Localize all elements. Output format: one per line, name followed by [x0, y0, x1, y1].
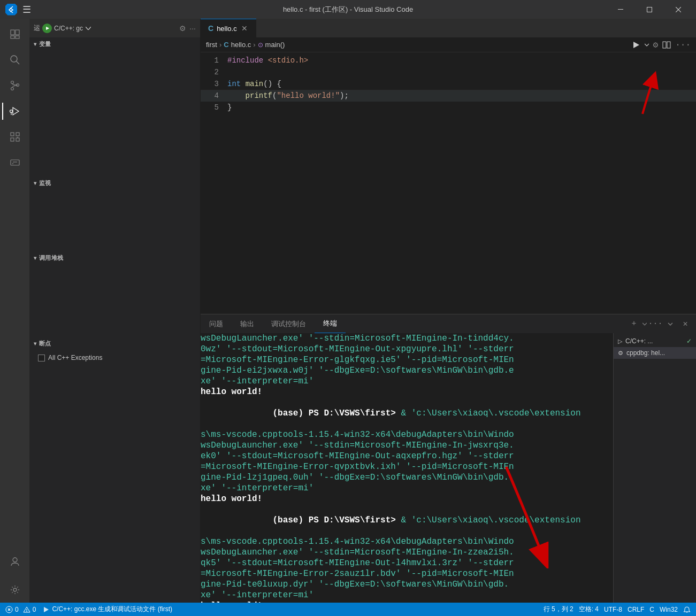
terminal-instance-1[interactable]: ⚙ cppdbg: hel...	[614, 347, 696, 359]
status-errors[interactable]: 0 0	[5, 606, 36, 613]
activity-source-control[interactable]	[2, 73, 28, 98]
svg-rect-5	[16, 30, 19, 35]
settings-icon[interactable]: ⚙	[179, 24, 186, 33]
svg-rect-27	[663, 42, 666, 48]
status-platform[interactable]: Win32	[660, 605, 678, 614]
line-number-2: 2	[201, 66, 227, 78]
more-editor-button[interactable]: ···	[675, 40, 691, 50]
panel-tabs: 问题 输出 调试控制台 终端 + ···	[201, 314, 696, 333]
breakpoint-checkbox-0[interactable]	[38, 355, 45, 361]
activity-bar	[0, 19, 29, 603]
variables-section: ▾ 变量	[29, 37, 200, 80]
activity-explorer[interactable]	[2, 21, 28, 47]
debug-config-label: C/C++: gc	[54, 25, 83, 32]
panel-tab-debug-console[interactable]: 调试控制台	[263, 314, 315, 333]
terminal-line-b3-2: wsDebugLauncher.exe' '--stdin=Microsoft-…	[201, 547, 613, 558]
status-bar: 0 0 C/C++: gcc.exe 生成和调试活动文件 (first) 行 5…	[0, 603, 696, 616]
breadcrumb-symbol[interactable]: main()	[265, 41, 285, 49]
terminal-line-b2-3: ek0' '--stdout=Microsoft-MIEngine-Out-aq…	[201, 451, 613, 461]
breakpoints-list: All C++ Exceptions	[29, 350, 200, 365]
tab-hello-c[interactable]: C hello.c ✕	[201, 19, 256, 37]
watch-section: ▾ 监视	[29, 176, 200, 209]
settings-editor-button[interactable]: ⚙	[653, 40, 659, 50]
activity-extensions[interactable]	[2, 124, 28, 150]
activity-remote[interactable]	[2, 150, 28, 175]
panel-more-button[interactable]: ···	[649, 318, 662, 330]
terminal-instance-0[interactable]: ▷ C/C++: ... ✓	[614, 335, 696, 347]
breakpoint-item-0[interactable]: All C++ Exceptions	[29, 352, 200, 363]
svg-point-24	[13, 558, 17, 562]
terminal-line-3: =Microsoft-MIEngine-Error-glgkfqxg.ie5' …	[201, 355, 613, 365]
watch-header[interactable]: ▾ 监视	[29, 176, 200, 190]
breadcrumb: first › C hello.c › ⊙ main()	[206, 41, 285, 49]
activity-account[interactable]	[2, 549, 28, 574]
svg-rect-18	[11, 138, 14, 141]
terminal-line-b3-6: xe' '--interpreter=mi'	[201, 590, 613, 600]
svg-rect-1	[647, 7, 652, 12]
svg-point-35	[26, 611, 27, 612]
terminal-instance-0-icon: ▷	[618, 338, 622, 345]
breakpoint-label-0: All C++ Exceptions	[48, 354, 102, 361]
status-encoding[interactable]: UTF-8	[604, 605, 622, 614]
status-build-label: C/C++: gcc.exe 生成和调试活动文件 (first)	[52, 605, 172, 614]
run-dropdown-arrow[interactable]	[645, 42, 649, 48]
panel-close-button[interactable]: ✕	[679, 318, 692, 330]
activity-search[interactable]	[2, 47, 28, 73]
svg-rect-17	[16, 133, 19, 136]
panel-tab-problems[interactable]: 问题	[201, 314, 232, 333]
close-button[interactable]	[666, 0, 691, 19]
breadcrumb-sep-1: ›	[219, 41, 221, 49]
maximize-button[interactable]	[637, 0, 662, 19]
callstack-header[interactable]: ▾ 调用堆栈	[29, 251, 200, 265]
split-editor-button[interactable]	[662, 41, 671, 49]
editor-content[interactable]: 1 #include <stdio.h> 2 3 int main() {	[201, 52, 696, 314]
terminal-line-b3-1: s\ms-vscode.cpptools-1.15.4-win32-x64\de…	[201, 536, 613, 547]
new-terminal-button[interactable]: +	[628, 318, 640, 330]
activity-run-debug[interactable]	[2, 98, 28, 124]
svg-rect-7	[16, 36, 19, 38]
editor-top: 1 #include <stdio.h> 2 3 int main() {	[201, 52, 696, 314]
window-controls	[608, 0, 691, 19]
breakpoints-chevron: ▾	[34, 341, 37, 346]
callstack-title: 调用堆栈	[39, 254, 64, 262]
line-content-5: }	[227, 102, 232, 113]
status-spaces[interactable]: 空格: 4	[579, 605, 599, 614]
terminal-main[interactable]: wsDebugLauncher.exe' '--stdin=Microsoft-…	[201, 333, 613, 603]
titlebar-left: ☰	[5, 4, 31, 16]
new-terminal-dropdown[interactable]	[643, 322, 647, 326]
status-notifications[interactable]	[683, 605, 691, 614]
terminal-line-b3-5: gine-Pid-te0luxup.dyr' '--dbgExe=D:\soft…	[201, 579, 613, 590]
status-line-col[interactable]: 行 5，列 2	[544, 605, 573, 614]
tab-bar: C hello.c ✕	[201, 19, 696, 37]
status-language[interactable]: C	[649, 605, 654, 614]
tab-close-button[interactable]: ✕	[240, 24, 249, 33]
debug-play-button[interactable]	[42, 24, 52, 33]
minimize-button[interactable]	[608, 0, 633, 19]
panel-tab-output-label: 输出	[240, 319, 254, 329]
run-button[interactable]	[632, 41, 640, 49]
panel-tab-output[interactable]: 输出	[232, 314, 263, 333]
panel-tab-actions: + ··· ✕	[628, 314, 696, 333]
panel-tab-terminal[interactable]: 终端	[315, 314, 346, 333]
variables-header[interactable]: ▾ 变量	[29, 37, 200, 51]
breadcrumb-workspace[interactable]: first	[206, 41, 217, 49]
terminal-line-4: gine-Pid-ei2jxwxa.w0j' '--dbgExe=D:\soft…	[201, 365, 613, 376]
breadcrumb-file[interactable]: hello.c	[231, 41, 251, 49]
terminal-line-hello2: hello world!	[201, 494, 613, 504]
run-label: 运	[34, 24, 40, 33]
status-line-ending[interactable]: CRLF	[628, 605, 644, 614]
terminal-line-b2-4: =Microsoft-MIEngine-Error-qvpxtbvk.ixh' …	[201, 461, 613, 472]
more-icon[interactable]: ···	[189, 24, 196, 33]
status-build-info[interactable]: C/C++: gcc.exe 生成和调试活动文件 (first)	[42, 605, 172, 614]
tab-file-icon: C	[208, 24, 213, 33]
terminal-line-1: wsDebugLauncher.exe' '--stdin=Microsoft-…	[201, 333, 613, 344]
terminal-line-2: 0wz' '--stdout=Microsoft-MIEngine-Out-xp…	[201, 344, 613, 355]
hamburger-menu[interactable]: ☰	[22, 4, 31, 16]
breakpoints-header[interactable]: ▾ 断点	[29, 337, 200, 350]
line-content-1: #include <stdio.h>	[227, 55, 308, 66]
panel-collapse-button[interactable]	[664, 318, 677, 330]
activity-settings[interactable]	[2, 577, 28, 603]
watch-chevron: ▾	[34, 180, 37, 186]
line-number-1: 1	[201, 55, 227, 66]
code-line-5: 5 }	[201, 102, 696, 113]
